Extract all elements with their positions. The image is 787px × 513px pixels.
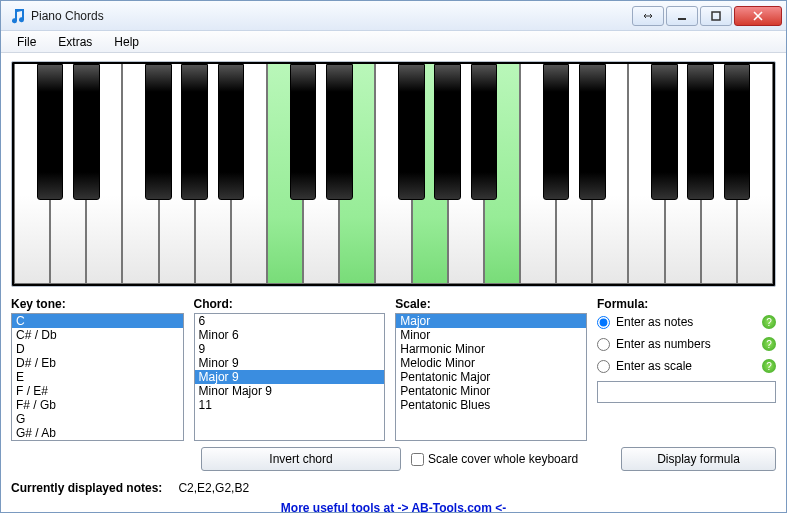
black-key[interactable] — [471, 64, 498, 200]
black-key[interactable] — [651, 64, 678, 200]
window-title: Piano Chords — [31, 9, 632, 23]
minimize-button[interactable] — [666, 6, 698, 26]
black-key[interactable] — [290, 64, 317, 200]
formula-option-label: Enter as numbers — [616, 337, 711, 351]
black-key[interactable] — [579, 64, 606, 200]
chord-listbox[interactable]: 6Minor 69Minor 9Major 9Minor Major 911 — [194, 313, 386, 441]
scale-cover-label: Scale cover whole keyboard — [428, 452, 578, 466]
maximize-button[interactable] — [700, 6, 732, 26]
scale-item[interactable]: Harmonic Minor — [396, 342, 586, 356]
key-tone-item[interactable]: G — [12, 412, 183, 426]
key-tone-item[interactable]: F# / Gb — [12, 398, 183, 412]
display-formula-button[interactable]: Display formula — [621, 447, 776, 471]
currently-displayed-notes: C2,E2,G2,B2 — [178, 481, 249, 495]
chord-item[interactable]: Minor 9 — [195, 356, 385, 370]
scale-item[interactable]: Major — [396, 314, 586, 328]
formula-option-label: Enter as scale — [616, 359, 692, 373]
key-tone-item[interactable]: A — [12, 440, 183, 441]
close-button[interactable] — [734, 6, 782, 26]
formula-option[interactable]: Enter as notes? — [597, 315, 776, 329]
help-icon[interactable]: ? — [762, 359, 776, 373]
key-tone-label: Key tone: — [11, 297, 184, 311]
black-key[interactable] — [687, 64, 714, 200]
key-tone-listbox[interactable]: CC# / DbDD# / EbEF / E#F# / GbGG# / AbA — [11, 313, 184, 441]
formula-radio[interactable] — [597, 316, 610, 329]
black-key[interactable] — [37, 64, 64, 200]
piano-keyboard — [11, 61, 776, 287]
help-icon[interactable]: ? — [762, 337, 776, 351]
svg-rect-1 — [712, 12, 720, 20]
svg-rect-0 — [678, 18, 686, 20]
black-key[interactable] — [145, 64, 172, 200]
currently-displayed-label: Currently displayed notes: — [11, 481, 162, 495]
key-tone-item[interactable]: C# / Db — [12, 328, 183, 342]
black-key[interactable] — [73, 64, 100, 200]
chord-item[interactable]: 9 — [195, 342, 385, 356]
black-key[interactable] — [218, 64, 245, 200]
formula-radio[interactable] — [597, 338, 610, 351]
titlebar: Piano Chords — [1, 1, 786, 31]
scale-item[interactable]: Pentatonic Major — [396, 370, 586, 384]
key-tone-item[interactable]: D# / Eb — [12, 356, 183, 370]
chord-item[interactable]: Minor 6 — [195, 328, 385, 342]
formula-option-label: Enter as notes — [616, 315, 693, 329]
scale-item[interactable]: Melodic Minor — [396, 356, 586, 370]
chord-item[interactable]: 6 — [195, 314, 385, 328]
formula-input[interactable] — [597, 381, 776, 403]
key-tone-item[interactable]: D — [12, 342, 183, 356]
formula-label: Formula: — [597, 297, 776, 311]
resize-button[interactable] — [632, 6, 664, 26]
menu-help[interactable]: Help — [104, 32, 149, 52]
formula-option[interactable]: Enter as scale? — [597, 359, 776, 373]
chord-item[interactable]: Major 9 — [195, 370, 385, 384]
key-tone-item[interactable]: G# / Ab — [12, 426, 183, 440]
black-key[interactable] — [181, 64, 208, 200]
chord-item[interactable]: 11 — [195, 398, 385, 412]
black-key[interactable] — [543, 64, 570, 200]
menu-file[interactable]: File — [7, 32, 46, 52]
scale-listbox[interactable]: MajorMinorHarmonic MinorMelodic MinorPen… — [395, 313, 587, 441]
black-key[interactable] — [398, 64, 425, 200]
window-buttons — [632, 6, 782, 26]
chord-item[interactable]: Minor Major 9 — [195, 384, 385, 398]
key-tone-item[interactable]: C — [12, 314, 183, 328]
scale-item[interactable]: Minor — [396, 328, 586, 342]
scale-label: Scale: — [395, 297, 587, 311]
key-tone-item[interactable]: E — [12, 370, 183, 384]
scale-cover-checkbox-wrap[interactable]: Scale cover whole keyboard — [411, 452, 611, 466]
menubar: FileExtrasHelp — [1, 31, 786, 53]
scale-cover-checkbox[interactable] — [411, 453, 424, 466]
invert-chord-button[interactable]: Invert chord — [201, 447, 401, 471]
black-key[interactable] — [434, 64, 461, 200]
key-tone-item[interactable]: F / E# — [12, 384, 183, 398]
black-key[interactable] — [724, 64, 751, 200]
black-key[interactable] — [326, 64, 353, 200]
help-icon[interactable]: ? — [762, 315, 776, 329]
formula-option[interactable]: Enter as numbers? — [597, 337, 776, 351]
formula-radio[interactable] — [597, 360, 610, 373]
scale-item[interactable]: Pentatonic Blues — [396, 398, 586, 412]
menu-extras[interactable]: Extras — [48, 32, 102, 52]
chord-label: Chord: — [194, 297, 386, 311]
scale-item[interactable]: Pentatonic Minor — [396, 384, 586, 398]
footer-link[interactable]: More useful tools at -> AB-Tools.com <- — [281, 501, 506, 513]
app-icon — [9, 8, 25, 24]
